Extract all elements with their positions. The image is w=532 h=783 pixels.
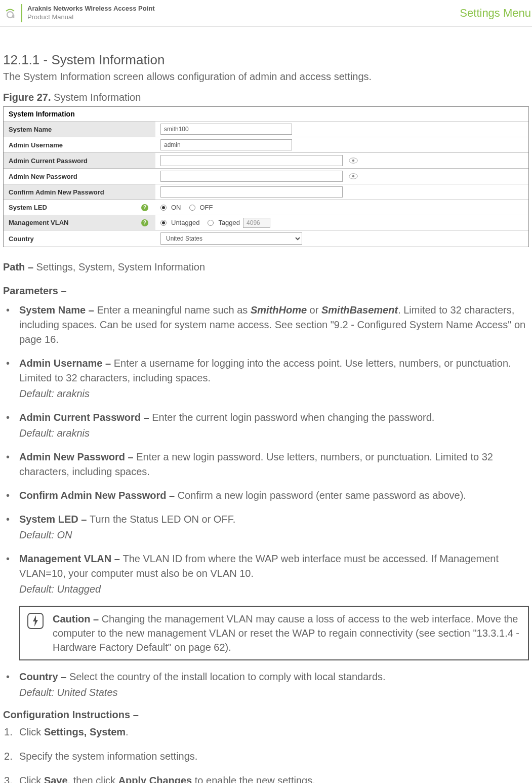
label-country: Country xyxy=(4,230,155,247)
instruction-3: Click Save, then click Apply Changes to … xyxy=(3,773,529,783)
caution-text: Changing the management VLAN may cause a… xyxy=(53,613,519,653)
param-confirm-pw: Confirm Admin New Password – Confirm a n… xyxy=(3,488,529,503)
figure-label: Figure 27. xyxy=(3,92,51,103)
config-instructions-header: Configuration Instructions – xyxy=(3,709,529,721)
brand-logo-icon xyxy=(4,4,22,22)
label-confirm-pw: Confirm Admin New Password xyxy=(4,184,155,200)
param-mgmt-vlan: Management VLAN – The VLAN ID from where… xyxy=(3,552,529,597)
section-heading: 12.1.1 - System Information xyxy=(3,52,529,68)
parameters-list: System Name – Enter a meaningful name su… xyxy=(3,303,529,597)
row-admin-username: Admin Username xyxy=(4,137,528,153)
section-description: The System Information screen allows con… xyxy=(3,71,529,83)
led-off-label: OFF xyxy=(200,204,213,211)
label-admin-new-pw: Admin New Password xyxy=(4,169,155,184)
admin-new-pw-input[interactable] xyxy=(160,171,343,182)
product-title: Araknis Networks Wireless Access Point xyxy=(27,5,155,13)
svg-point-0 xyxy=(7,12,13,18)
led-on-radio[interactable] xyxy=(160,205,167,211)
led-off-radio[interactable] xyxy=(189,205,195,211)
svg-point-3 xyxy=(352,160,355,162)
svg-point-5 xyxy=(352,175,355,178)
parameters-list-cont: Country – Select the country of the inst… xyxy=(3,670,529,700)
label-admin-username: Admin Username xyxy=(4,137,155,152)
confirm-pw-input[interactable] xyxy=(160,186,343,198)
vlan-tagged-radio[interactable] xyxy=(208,220,214,226)
country-select[interactable]: United States xyxy=(160,232,302,245)
caution-label: Caution – xyxy=(53,613,102,624)
svg-rect-1 xyxy=(13,15,15,18)
help-icon[interactable]: ? xyxy=(141,219,148,226)
param-system-led: System LED – Turn the Status LED ON or O… xyxy=(3,512,529,542)
parameters-header: Parameters – xyxy=(3,285,529,297)
product-subtitle: Product Manual xyxy=(27,13,155,22)
path-line: Path – Settings, System, System Informat… xyxy=(3,261,529,273)
eye-icon[interactable] xyxy=(349,173,358,179)
label-system-name: System Name xyxy=(4,122,155,137)
header-text: Araknis Networks Wireless Access Point P… xyxy=(27,5,155,22)
page-header: Araknis Networks Wireless Access Point P… xyxy=(0,0,532,27)
admin-username-input[interactable] xyxy=(160,139,292,150)
instruction-1: Click Settings, System. xyxy=(3,725,529,739)
row-mgmt-vlan: Management VLAN ? Untagged Tagged xyxy=(4,215,528,230)
row-country: Country United States xyxy=(4,230,528,247)
figure-title: System Information xyxy=(54,92,141,103)
header-left: Araknis Networks Wireless Access Point P… xyxy=(4,4,155,22)
instruction-2: Specify the system information settings. xyxy=(3,749,529,763)
param-admin-current-pw: Admin Current Password – Enter the curre… xyxy=(3,410,529,441)
system-name-input[interactable] xyxy=(160,124,292,135)
admin-current-pw-input[interactable] xyxy=(160,155,343,166)
vlan-untagged-label: Untagged xyxy=(171,219,199,226)
param-system-name: System Name – Enter a meaningful name su… xyxy=(3,303,529,347)
figure-caption: Figure 27. System Information xyxy=(3,92,529,103)
label-admin-current-pw: Admin Current Password xyxy=(4,153,155,168)
led-on-label: ON xyxy=(171,204,181,211)
label-mgmt-vlan: Management VLAN ? xyxy=(4,215,155,230)
help-icon[interactable]: ? xyxy=(141,204,148,211)
caution-icon xyxy=(27,613,44,629)
system-info-screenshot: System Information System Name Admin Use… xyxy=(3,106,529,247)
row-system-name: System Name xyxy=(4,122,528,137)
page-content: 12.1.1 - System Information The System I… xyxy=(0,27,532,783)
param-admin-username: Admin Username – Enter a username for lo… xyxy=(3,356,529,401)
row-system-led: System LED ? ON OFF xyxy=(4,200,528,215)
panel-title: System Information xyxy=(4,107,528,122)
param-country: Country – Select the country of the inst… xyxy=(3,670,529,700)
param-admin-new-pw: Admin New Password – Enter a new login p… xyxy=(3,450,529,479)
instructions-list: Click Settings, System. Specify the syst… xyxy=(3,725,529,783)
path-value: Settings, System, System Information xyxy=(36,261,205,272)
caution-box: Caution – Changing the management VLAN m… xyxy=(19,606,529,660)
vlan-id-input[interactable] xyxy=(243,218,270,228)
row-admin-new-pw: Admin New Password xyxy=(4,169,528,184)
row-admin-current-pw: Admin Current Password xyxy=(4,153,528,169)
label-system-led: System LED ? xyxy=(4,200,155,215)
row-confirm-pw: Confirm Admin New Password xyxy=(4,184,528,200)
settings-menu-label: Settings Menu xyxy=(460,7,532,20)
path-label: Path – xyxy=(3,261,33,272)
vlan-untagged-radio[interactable] xyxy=(160,220,167,226)
eye-icon[interactable] xyxy=(349,158,358,164)
vlan-tagged-label: Tagged xyxy=(218,219,240,226)
